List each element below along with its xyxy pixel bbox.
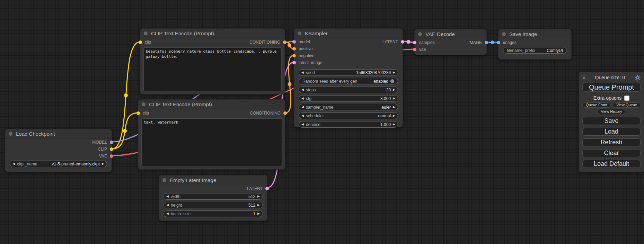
- negative-input-port[interactable]: [292, 54, 296, 57]
- slot-row: vae: [415, 46, 486, 53]
- latent-output-port[interactable]: [265, 187, 269, 190]
- increment-arrow-icon[interactable]: ▶: [393, 71, 395, 74]
- node-clip-text-encode-positive[interactable]: CLIP Text Encode (Prompt) clip CONDITION…: [140, 28, 285, 94]
- refresh-button[interactable]: Refresh: [582, 138, 641, 146]
- wire-dot: [288, 43, 291, 47]
- ckpt-name-widget[interactable]: ◀ ckpt_name v1-5-pruned-emaonly.ckpt ▶: [10, 161, 107, 167]
- node-title-bar[interactable]: Empty Latent Image: [159, 175, 267, 185]
- increment-arrow-icon[interactable]: ▶: [393, 97, 395, 100]
- increment-arrow-icon[interactable]: ▶: [102, 162, 104, 165]
- sampler-name-widget[interactable]: ◀ sampler_name euler ▶: [299, 104, 398, 110]
- random-seed-toggle-widget[interactable]: Random seed after every gen enabled: [299, 78, 398, 84]
- node-save-image[interactable]: Save Image images filename_prefix ComfyU…: [498, 29, 572, 60]
- collapse-dot-icon[interactable]: [9, 132, 12, 136]
- samples-input-port[interactable]: [413, 41, 416, 44]
- increment-arrow-icon[interactable]: ▶: [393, 114, 395, 117]
- slot-row: clip CONDITIONING: [138, 109, 285, 117]
- decrement-arrow-icon[interactable]: ◀: [301, 106, 304, 109]
- conditioning-output-port[interactable]: [283, 40, 286, 44]
- slot-row: samples IMAGE: [415, 39, 486, 46]
- wire-dot: [491, 40, 494, 44]
- wire-dot: [407, 40, 411, 44]
- model-output-port[interactable]: [110, 141, 113, 144]
- queue-front-button[interactable]: Queue Front: [582, 102, 611, 108]
- node-title-bar[interactable]: CLIP Text Encode (Prompt): [138, 100, 285, 109]
- settings-gear-icon[interactable]: [635, 75, 641, 81]
- output-slot-clip: CLIP: [5, 146, 112, 153]
- increment-arrow-icon[interactable]: ▶: [257, 204, 260, 207]
- decrement-arrow-icon[interactable]: ◀: [301, 123, 304, 126]
- increment-arrow-icon[interactable]: ▶: [257, 212, 260, 215]
- clear-button[interactable]: Clear: [582, 149, 641, 157]
- slot-row: latent_image: [294, 59, 403, 66]
- comfyui-canvas[interactable]: { "colors": { "model": "#B39DDB", "clip"…: [0, 0, 644, 244]
- clip-output-port[interactable]: [110, 147, 113, 151]
- collapse-dot-icon[interactable]: [142, 102, 145, 106]
- image-output-port[interactable]: [485, 41, 488, 44]
- load-default-button[interactable]: Load Default: [582, 160, 641, 168]
- drag-handle-icon[interactable]: ⠿: [582, 75, 585, 80]
- height-widget[interactable]: ◀ height 512 ▶: [164, 202, 263, 208]
- node-title-bar[interactable]: KSampler: [294, 29, 403, 38]
- negative-prompt-textarea[interactable]: text, watermark: [141, 118, 282, 166]
- increment-arrow-icon[interactable]: ▶: [393, 123, 395, 126]
- slot-row: positive: [294, 45, 403, 52]
- toggle-dot-icon[interactable]: [390, 79, 394, 83]
- decrement-arrow-icon[interactable]: ◀: [166, 195, 169, 198]
- view-queue-button[interactable]: View Queue: [613, 102, 641, 108]
- latent-image-input-port[interactable]: [292, 61, 296, 64]
- filename-prefix-widget[interactable]: filename_prefix ComfyUI: [503, 47, 567, 54]
- node-title-bar[interactable]: Load Checkpoint: [5, 129, 112, 139]
- collapse-dot-icon[interactable]: [144, 31, 148, 35]
- collapse-dot-icon[interactable]: [162, 178, 166, 182]
- output-slot-model: MODEL: [5, 139, 112, 146]
- seed-widget[interactable]: ◀ seed 156680208700286 ▶: [299, 69, 398, 76]
- batch-size-widget[interactable]: ◀ batch_size 1 ▶: [164, 210, 263, 217]
- queue-prompt-button[interactable]: Queue Prompt: [582, 83, 641, 92]
- positive-prompt-textarea[interactable]: beautiful scenery nature glass bottle la…: [143, 47, 282, 91]
- vae-input-port[interactable]: [413, 48, 416, 51]
- load-button[interactable]: Load: [582, 128, 641, 136]
- decrement-arrow-icon[interactable]: ◀: [301, 71, 304, 74]
- denoise-widget[interactable]: ◀ denoise 1.000 ▶: [299, 121, 398, 128]
- node-title-bar[interactable]: Save Image: [499, 29, 571, 39]
- decrement-arrow-icon[interactable]: ◀: [301, 88, 304, 91]
- scheduler-widget[interactable]: ◀ scheduler normal ▶: [299, 112, 398, 119]
- save-button[interactable]: Save: [582, 117, 641, 125]
- node-title-bar[interactable]: VAE Decode: [415, 29, 486, 39]
- cfg-widget[interactable]: ◀ cfg 8.000 ▶: [299, 95, 398, 102]
- vae-output-port[interactable]: [110, 154, 113, 158]
- model-input-port[interactable]: [292, 40, 296, 44]
- decrement-arrow-icon[interactable]: ◀: [301, 114, 304, 117]
- output-slot-vae: VAE: [5, 153, 112, 160]
- decrement-arrow-icon[interactable]: ◀: [301, 97, 304, 100]
- node-ksampler[interactable]: KSampler model LATENT positive negative …: [294, 28, 403, 127]
- collapse-dot-icon[interactable]: [502, 32, 506, 36]
- width-widget[interactable]: ◀ width 512 ▶: [164, 193, 263, 200]
- wire-dot: [288, 82, 292, 86]
- increment-arrow-icon[interactable]: ▶: [257, 195, 260, 198]
- view-history-button[interactable]: View History: [598, 109, 626, 114]
- extra-options-checkbox[interactable]: [624, 96, 629, 101]
- decrement-arrow-icon[interactable]: ◀: [166, 212, 169, 215]
- node-clip-text-encode-negative[interactable]: CLIP Text Encode (Prompt) clip CONDITION…: [138, 99, 285, 170]
- clip-input-port[interactable]: [136, 111, 140, 115]
- steps-widget[interactable]: ◀ steps 20 ▶: [299, 87, 398, 93]
- collapse-dot-icon[interactable]: [298, 31, 301, 35]
- decrement-arrow-icon[interactable]: ◀: [12, 162, 15, 165]
- node-load-checkpoint[interactable]: Load Checkpoint MODEL CLIP VAE ◀ ckpt_na…: [5, 129, 112, 172]
- node-empty-latent-image[interactable]: Empty Latent Image LATENT ◀ width 512 ▶ …: [159, 175, 267, 221]
- increment-arrow-icon[interactable]: ▶: [393, 88, 395, 91]
- images-input-port[interactable]: [497, 41, 500, 44]
- queue-menu-panel: ⠿ Queue size: 0 Queue Prompt Extra optio…: [579, 72, 644, 172]
- wire-dot: [123, 129, 127, 133]
- decrement-arrow-icon[interactable]: ◀: [166, 204, 169, 207]
- conditioning-output-port[interactable]: [283, 111, 287, 115]
- positive-input-port[interactable]: [292, 47, 296, 51]
- node-title-bar[interactable]: CLIP Text Encode (Prompt): [140, 29, 285, 38]
- node-vae-decode[interactable]: VAE Decode samples IMAGE vae: [414, 29, 487, 55]
- latent-output-port[interactable]: [401, 40, 404, 44]
- collapse-dot-icon[interactable]: [418, 32, 422, 36]
- clip-input-port[interactable]: [139, 40, 142, 44]
- increment-arrow-icon[interactable]: ▶: [393, 106, 395, 109]
